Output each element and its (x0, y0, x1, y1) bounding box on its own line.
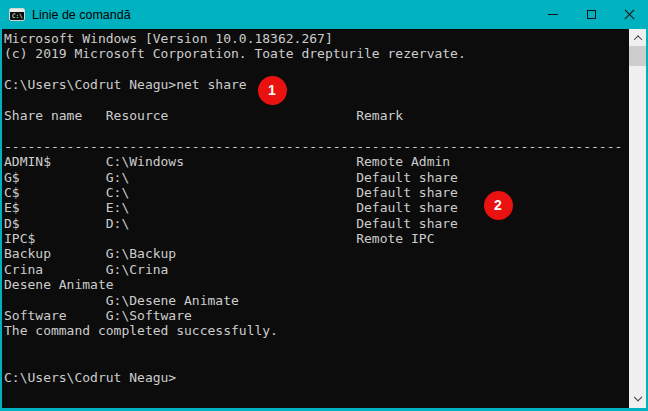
console-line (4, 339, 629, 354)
console-output[interactable]: Microsoft Windows [Version 10.0.18362.26… (2, 29, 629, 408)
callout-badge-1: 1 (258, 76, 287, 105)
console-line (4, 93, 629, 108)
titlebar[interactable]: C:\ Linie de comandă (0, 0, 648, 29)
console-line (4, 62, 629, 77)
console-line: ADMIN$ C:\Windows Remote Admin (4, 154, 629, 169)
scrollbar-thumb[interactable] (629, 46, 646, 66)
console-line: Share name Resource Remark (4, 108, 629, 123)
window-title: Linie de comandă (32, 8, 131, 22)
console-line: Microsoft Windows [Version 10.0.18362.26… (4, 31, 629, 46)
maximize-icon (587, 10, 596, 19)
chevron-down-icon (633, 392, 641, 400)
console-line: C:\Users\Codrut Neagu> (4, 370, 629, 385)
console-line: G$ G:\ Default share (4, 170, 629, 185)
console-line: Backup G:\Backup (4, 246, 629, 261)
console-line (4, 354, 629, 369)
cmd-icon-prompt-glyph: C:\ (12, 13, 23, 19)
console-line: The command completed successfully. (4, 323, 629, 338)
maximize-button[interactable] (572, 0, 610, 29)
caption-buttons (534, 0, 648, 29)
minimize-button[interactable] (534, 0, 572, 29)
close-button[interactable] (610, 0, 648, 29)
minimize-icon (548, 14, 558, 15)
console-line: Crina G:\Crina (4, 262, 629, 277)
callout-badge-2: 2 (484, 191, 513, 220)
console-line: Desene Animate (4, 277, 629, 292)
console-line (4, 123, 629, 138)
scrollbar[interactable] (629, 29, 646, 408)
cmd-app-icon: C:\ (9, 8, 25, 21)
console-line: D$ D:\ Default share (4, 216, 629, 231)
console-line: C:\Users\Codrut Neagu>net share (4, 77, 629, 92)
console-line: E$ E:\ Default share (4, 200, 629, 215)
console-line: C$ C:\ Default share (4, 185, 629, 200)
scroll-up-button[interactable] (629, 29, 646, 46)
console-line: G:\Desene Animate (4, 293, 629, 308)
cmd-window: C:\ Linie de comandă Microsoft Windows [… (0, 0, 648, 411)
close-icon (623, 8, 636, 21)
console-line: IPC$ Remote IPC (4, 231, 629, 246)
scroll-down-button[interactable] (629, 391, 646, 408)
console-line: ----------------------------------------… (4, 139, 629, 154)
console-line: Software G:\Software (4, 308, 629, 323)
chevron-up-icon (633, 35, 641, 43)
console-line: (c) 2019 Microsoft Corporation. Toate dr… (4, 46, 629, 61)
